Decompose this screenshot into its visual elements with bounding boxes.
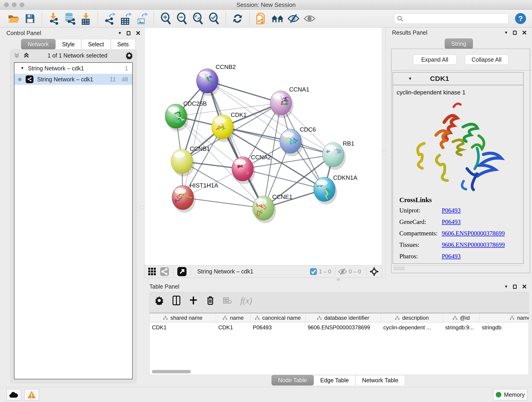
close-panel-icon[interactable]: ✕ (522, 31, 527, 35)
results-horizontal-scrollbar[interactable] (393, 265, 524, 271)
export-image-button[interactable] (135, 12, 148, 25)
tab-network-table[interactable]: Network Table (355, 375, 405, 385)
collapse-all-chevron-icon[interactable] (13, 52, 20, 59)
show-columns-icon[interactable] (172, 296, 180, 305)
table-cell[interactable]: cyclin-dependent ... (381, 322, 443, 333)
table-cell[interactable]: 9606.ENSP00000378699 (305, 322, 381, 333)
tab-node-table[interactable]: Node Table (272, 375, 314, 385)
network-node-HIST1H1A[interactable]: HIST1H1A (172, 182, 218, 213)
window-traffic-lights[interactable] (4, 2, 24, 7)
minimize-window-button[interactable] (12, 2, 17, 7)
network-edge-CCNB2-CCNE1[interactable] (207, 81, 264, 208)
search-input[interactable] (405, 15, 506, 22)
zoom-out-button[interactable] (175, 12, 188, 25)
save-session-button[interactable] (24, 12, 36, 25)
left-splitter-handle[interactable] (141, 206, 144, 209)
show-all-button[interactable] (303, 12, 316, 25)
network-row-selected[interactable]: String Network – cdk1 11 48 (14, 74, 132, 85)
table-horizontal-scrollbar[interactable] (152, 370, 191, 373)
crosslink-link[interactable]: P06493 (442, 218, 461, 225)
network-node-CCNE1[interactable]: CCNE1 (253, 193, 292, 223)
zoom-selected-button[interactable] (207, 12, 220, 25)
table-cell[interactable]: stringdb:9... (443, 322, 480, 333)
zoom-in-button[interactable] (159, 12, 172, 25)
network-canvas[interactable]: CCNB2CCNA1CDC25BCDK1CDC6RB1CCNB1CCNA2CDK… (145, 27, 382, 265)
network-node-CDC25B[interactable]: CDC25B (165, 100, 207, 131)
tab-network[interactable]: Network (21, 39, 56, 50)
network-collection-row[interactable]: ▼ String Network – cdk1 1 (14, 63, 132, 74)
close-panel-icon[interactable]: ✕ (522, 285, 527, 289)
horizontal-splitter[interactable] (144, 278, 532, 281)
tab-sets[interactable]: Sets (111, 39, 135, 50)
grid-view-icon[interactable] (148, 267, 157, 276)
node-table[interactable]: shared namenamecanonical namedatabase id… (150, 313, 529, 375)
open-in-new-window-icon[interactable] (177, 267, 186, 276)
export-network-button[interactable] (103, 12, 116, 25)
expand-all-chevron-icon[interactable] (23, 52, 30, 59)
collection-expand-caret[interactable]: ▼ (20, 66, 24, 70)
column-header-description[interactable]: description (381, 313, 443, 322)
crosslink-link[interactable]: P06493 (442, 253, 461, 260)
column-header-shared-name[interactable]: shared name (150, 313, 216, 322)
network-node-CCNB2[interactable]: CCNB2 (196, 64, 236, 96)
float-panel-icon[interactable] (513, 285, 517, 289)
collapse-card-caret[interactable]: ▼ (408, 76, 412, 81)
splitter-grip[interactable] (337, 279, 340, 281)
hide-selected-button[interactable] (287, 12, 300, 25)
import-network-database-button[interactable] (63, 12, 76, 25)
table-cell[interactable]: P06493 (250, 322, 305, 333)
warnings-button[interactable] (24, 389, 39, 400)
tab-string[interactable]: String (445, 38, 473, 49)
network-view[interactable]: CCNB2CCNA1CDC25BCDK1CDC6RB1CCNB1CCNA2CDK… (144, 27, 382, 265)
zoom-window-button[interactable] (20, 2, 24, 7)
crosslink-link[interactable]: P06493 (442, 207, 461, 214)
add-column-icon[interactable] (189, 296, 198, 305)
panel-menu-icon[interactable]: ▼ (504, 31, 508, 35)
float-panel-icon[interactable] (127, 31, 130, 35)
tab-edge-table[interactable]: Edge Table (314, 375, 355, 385)
table-cell[interactable]: CDK1 (216, 322, 250, 333)
network-node-RB1[interactable]: RB1 (322, 140, 355, 170)
column-header-canonical-name[interactable]: canonical name (250, 313, 305, 322)
network-edge-CDK1-RB1[interactable] (222, 127, 333, 155)
table-cell[interactable]: stringdb (480, 322, 529, 333)
string-document-button[interactable] (255, 12, 268, 25)
function-builder-icon[interactable]: f(x) (240, 296, 252, 306)
column-header-name[interactable]: name (216, 313, 250, 322)
table-row[interactable]: CDK1CDK1P064939606.ENSP00000378699cyclin… (150, 322, 529, 333)
right-splitter-handle[interactable] (382, 151, 386, 154)
birds-eye-crosshair-icon[interactable] (370, 267, 379, 276)
open-session-button[interactable] (7, 12, 20, 25)
column-header-database-identifier[interactable]: database identifier (305, 313, 381, 322)
gear-icon[interactable] (125, 51, 133, 59)
delete-column-trash-icon[interactable] (206, 296, 214, 305)
protein-card-header[interactable]: ▼ CDK1 (393, 72, 523, 85)
close-window-button[interactable] (4, 2, 9, 7)
network-node-CCNA1[interactable]: CCNA1 (270, 86, 309, 118)
home-button[interactable] (271, 12, 284, 25)
column-header-@id[interactable]: @id (443, 313, 480, 322)
import-network-file-button[interactable] (47, 12, 60, 25)
network-share-icon[interactable] (160, 267, 169, 276)
tab-select[interactable]: Select (81, 39, 110, 50)
zoom-fit-button[interactable] (191, 12, 204, 25)
panel-menu-icon[interactable]: ▼ (118, 31, 122, 36)
export-table-button[interactable] (119, 12, 132, 25)
hidden-eye-icon[interactable] (338, 268, 347, 275)
float-panel-icon[interactable] (513, 31, 517, 35)
expand-all-button[interactable]: Expand All (413, 55, 457, 65)
tab-style[interactable]: Style (56, 39, 82, 50)
network-node-CCNB1[interactable]: CCNB1 (171, 145, 210, 177)
crosslink-link[interactable]: 9606.ENSP00000378699 (442, 230, 505, 237)
apply-layout-button[interactable] (231, 12, 244, 25)
panel-menu-icon[interactable]: ▼ (504, 284, 508, 289)
memory-button[interactable]: Memory (493, 389, 527, 400)
network-node-CCNA2[interactable]: CCNA2 (232, 154, 271, 184)
search-box[interactable] (394, 13, 509, 24)
column-header-namespace[interactable]: namespace (480, 313, 529, 322)
crosslink-link[interactable]: 9606.ENSP00000378699 (442, 241, 505, 249)
selected-checkbox-icon[interactable] (310, 268, 317, 275)
close-panel-icon[interactable]: ✕ (135, 31, 141, 35)
delete-table-icon[interactable] (223, 297, 232, 304)
network-edge-CCNB2-HIST1H1A[interactable] (183, 81, 207, 198)
